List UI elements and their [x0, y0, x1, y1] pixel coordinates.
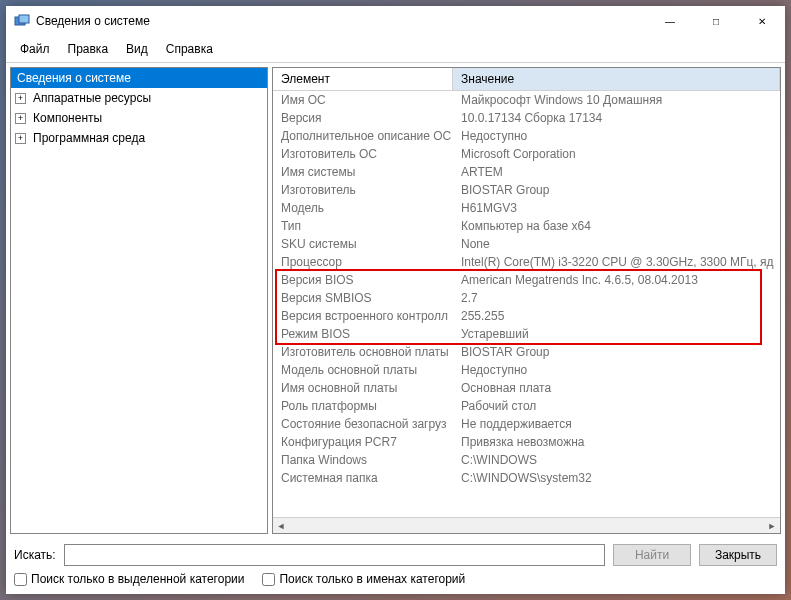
cell-name: Дополнительное описание ОС	[273, 127, 453, 145]
cell-name: Состояние безопасной загруз	[273, 415, 453, 433]
table-row[interactable]: Версия BIOSAmerican Megatrends Inc. 4.6.…	[273, 271, 780, 289]
tree-item-components[interactable]: + Компоненты	[11, 108, 267, 128]
svg-rect-1	[19, 15, 29, 23]
search-input[interactable]	[64, 544, 605, 566]
close-search-button[interactable]: Закрыть	[699, 544, 777, 566]
plus-icon[interactable]: +	[15, 113, 26, 124]
search-options-row: Поиск только в выделенной категории Поис…	[6, 572, 785, 594]
table-row[interactable]: Режим BIOSУстаревший	[273, 325, 780, 343]
table-row[interactable]: ТипКомпьютер на базе x64	[273, 217, 780, 235]
cell-value: Intel(R) Core(TM) i3-3220 CPU @ 3.30GHz,…	[453, 253, 780, 271]
titlebar[interactable]: Сведения о системе — □ ✕	[6, 6, 785, 36]
cell-value: Майкрософт Windows 10 Домашняя	[453, 91, 780, 109]
table-row[interactable]: Модель основной платыНедоступно	[273, 361, 780, 379]
details-table: Элемент Значение Имя ОСМайкрософт Window…	[272, 67, 781, 534]
table-row[interactable]: Версия SMBIOS2.7	[273, 289, 780, 307]
checkbox-category-names[interactable]: Поиск только в именах категорий	[262, 572, 465, 586]
table-row[interactable]: Системная папкаC:\WINDOWS\system32	[273, 469, 780, 487]
cell-value: Компьютер на базе x64	[453, 217, 780, 235]
cell-value: C:\WINDOWS\system32	[453, 469, 780, 487]
cell-name: Изготовитель основной платы	[273, 343, 453, 361]
search-row: Искать: Найти Закрыть	[6, 538, 785, 572]
checkbox-selected-category[interactable]: Поиск только в выделенной категории	[14, 572, 244, 586]
search-label: Искать:	[14, 548, 56, 562]
cell-value: H61MGV3	[453, 199, 780, 217]
cell-name: Тип	[273, 217, 453, 235]
checkbox-category-names-input[interactable]	[262, 573, 275, 586]
table-row[interactable]: Папка WindowsC:\WINDOWS	[273, 451, 780, 469]
cell-name: Изготовитель ОС	[273, 145, 453, 163]
table-row[interactable]: Изготовитель основной платыBIOSTAR Group	[273, 343, 780, 361]
cell-value: C:\WINDOWS	[453, 451, 780, 469]
table-header: Элемент Значение	[273, 68, 780, 91]
table-row[interactable]: Конфигурация PCR7Привязка невозможна	[273, 433, 780, 451]
find-button[interactable]: Найти	[613, 544, 691, 566]
menu-view[interactable]: Вид	[118, 38, 156, 60]
table-row[interactable]: Версия10.0.17134 Сборка 17134	[273, 109, 780, 127]
menu-file[interactable]: Файл	[12, 38, 58, 60]
cell-value: Не поддерживается	[453, 415, 780, 433]
cell-value: BIOSTAR Group	[453, 343, 780, 361]
cell-value: 2.7	[453, 289, 780, 307]
cell-name: Версия встроенного контролл	[273, 307, 453, 325]
cell-value: None	[453, 235, 780, 253]
menubar: Файл Правка Вид Справка	[6, 36, 785, 62]
cell-name: Версия	[273, 109, 453, 127]
cell-name: Имя основной платы	[273, 379, 453, 397]
cell-name: Изготовитель	[273, 181, 453, 199]
window-controls: — □ ✕	[647, 6, 785, 36]
maximize-button[interactable]: □	[693, 6, 739, 36]
cell-value: Основная плата	[453, 379, 780, 397]
cell-name: Версия BIOS	[273, 271, 453, 289]
cell-name: Режим BIOS	[273, 325, 453, 343]
table-row[interactable]: Роль платформыРабочий стол	[273, 397, 780, 415]
close-button[interactable]: ✕	[739, 6, 785, 36]
tree-item-hardware[interactable]: + Аппаратные ресурсы	[11, 88, 267, 108]
tree-root-system-summary[interactable]: Сведения о системе	[11, 68, 267, 88]
cell-value: Недоступно	[453, 127, 780, 145]
table-body[interactable]: Имя ОСМайкрософт Windows 10 ДомашняяВерс…	[273, 91, 780, 533]
table-row[interactable]: ПроцессорIntel(R) Core(TM) i3-3220 CPU @…	[273, 253, 780, 271]
cell-name: SKU системы	[273, 235, 453, 253]
cell-value: Привязка невозможна	[453, 433, 780, 451]
table-row[interactable]: Имя системыARTEM	[273, 163, 780, 181]
table-row[interactable]: ИзготовительBIOSTAR Group	[273, 181, 780, 199]
plus-icon[interactable]: +	[15, 133, 26, 144]
scroll-right-icon[interactable]: ►	[764, 518, 780, 534]
cell-name: Системная папка	[273, 469, 453, 487]
cell-value: 10.0.17134 Сборка 17134	[453, 109, 780, 127]
column-header-name[interactable]: Элемент	[273, 68, 453, 90]
cell-value: Недоступно	[453, 361, 780, 379]
menu-help[interactable]: Справка	[158, 38, 221, 60]
column-header-value[interactable]: Значение	[453, 68, 780, 90]
cell-name: Версия SMBIOS	[273, 289, 453, 307]
table-row[interactable]: Имя основной платыОсновная плата	[273, 379, 780, 397]
cell-name: Модель основной платы	[273, 361, 453, 379]
cell-value: ARTEM	[453, 163, 780, 181]
cell-value: BIOSTAR Group	[453, 181, 780, 199]
window-title: Сведения о системе	[36, 14, 647, 28]
table-row[interactable]: МодельH61MGV3	[273, 199, 780, 217]
menu-edit[interactable]: Правка	[60, 38, 117, 60]
cell-name: Процессор	[273, 253, 453, 271]
table-row[interactable]: SKU системыNone	[273, 235, 780, 253]
horizontal-scrollbar[interactable]: ◄ ►	[273, 517, 780, 533]
app-icon	[14, 13, 30, 29]
table-row[interactable]: Имя ОСМайкрософт Windows 10 Домашняя	[273, 91, 780, 109]
cell-value: 255.255	[453, 307, 780, 325]
scroll-left-icon[interactable]: ◄	[273, 518, 289, 534]
cell-name: Роль платформы	[273, 397, 453, 415]
tree-item-software-env[interactable]: + Программная среда	[11, 128, 267, 148]
plus-icon[interactable]: +	[15, 93, 26, 104]
table-row[interactable]: Дополнительное описание ОСНедоступно	[273, 127, 780, 145]
tree-panel[interactable]: Сведения о системе + Аппаратные ресурсы …	[10, 67, 268, 534]
checkbox-selected-category-input[interactable]	[14, 573, 27, 586]
table-row[interactable]: Версия встроенного контролл255.255	[273, 307, 780, 325]
cell-value: Устаревший	[453, 325, 780, 343]
minimize-button[interactable]: —	[647, 6, 693, 36]
cell-name: Папка Windows	[273, 451, 453, 469]
table-row[interactable]: Состояние безопасной загрузНе поддержива…	[273, 415, 780, 433]
cell-value: Рабочий стол	[453, 397, 780, 415]
cell-value: Microsoft Corporation	[453, 145, 780, 163]
table-row[interactable]: Изготовитель ОСMicrosoft Corporation	[273, 145, 780, 163]
